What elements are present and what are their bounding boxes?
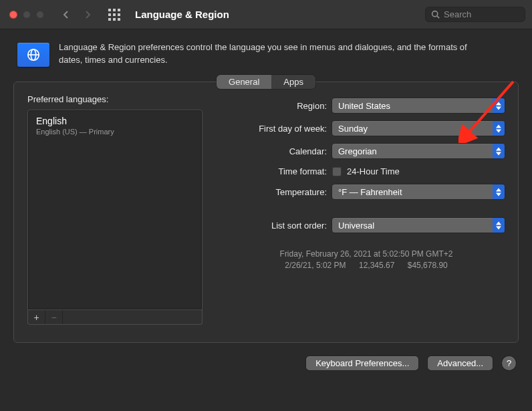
keyboard-preferences-button[interactable]: Keyboard Preferences... (306, 356, 418, 370)
format-sample: Friday, February 26, 2021 at 5:02:50 PM … (228, 249, 505, 272)
chevron-updown-icon (493, 218, 505, 233)
svg-marker-10 (496, 152, 501, 155)
preferred-languages-list[interactable]: English English (US) — Primary (27, 110, 203, 310)
minimize-window-button[interactable] (23, 11, 31, 19)
language-sub: English (US) — Primary (36, 128, 194, 136)
list-footer: + − (27, 310, 203, 325)
window-title: Language & Region (135, 9, 229, 20)
back-button[interactable] (61, 10, 71, 19)
settings-panel: Preferred languages: English English (US… (13, 82, 519, 343)
list-sort-value: Universal (338, 221, 374, 231)
help-button[interactable]: ? (502, 356, 516, 370)
svg-marker-5 (496, 102, 501, 105)
first-day-dropdown[interactable]: Sunday (332, 121, 505, 136)
list-sort-dropdown[interactable]: Universal (332, 218, 505, 233)
temperature-label: Temperature: (228, 187, 332, 197)
close-window-button[interactable] (9, 11, 17, 19)
intro-section: Language & Region preferences control th… (0, 29, 532, 75)
svg-marker-9 (496, 147, 501, 150)
remove-language-button[interactable]: − (45, 310, 63, 324)
svg-marker-11 (496, 188, 501, 191)
first-day-label: First day of week: (228, 124, 332, 134)
svg-line-1 (437, 16, 439, 18)
list-item[interactable]: English English (US) — Primary (28, 110, 202, 140)
bottom-buttons: Keyboard Preferences... Advanced... ? (0, 351, 532, 370)
svg-marker-6 (496, 106, 501, 110)
search-input[interactable] (444, 9, 511, 19)
temperature-dropdown[interactable]: °F — Fahrenheit (332, 184, 505, 199)
svg-marker-7 (496, 124, 501, 128)
preferred-languages-label: Preferred languages: (27, 94, 203, 104)
sample-date: 2/26/21, 5:02 PM (285, 261, 346, 270)
24-hour-checkbox[interactable] (332, 167, 342, 176)
advanced-button[interactable]: Advanced... (428, 356, 493, 370)
chevron-updown-icon (493, 184, 505, 199)
first-day-value: Sunday (338, 124, 368, 134)
titlebar: Language & Region (0, 0, 532, 29)
svg-point-0 (432, 11, 438, 17)
chevron-updown-icon (493, 121, 505, 136)
region-form: Region: United States First day of week:… (228, 94, 505, 325)
region-label: Region: (228, 101, 332, 111)
temperature-value: °F — Fahrenheit (338, 187, 402, 197)
sample-line1: Friday, February 26, 2021 at 5:02:50 PM … (228, 249, 505, 260)
add-language-button[interactable]: + (28, 310, 45, 324)
language-region-icon (17, 43, 49, 67)
region-value: United States (338, 101, 390, 111)
calendar-dropdown[interactable]: Gregorian (332, 144, 505, 158)
window-controls (9, 11, 44, 19)
svg-marker-8 (496, 129, 501, 132)
calendar-label: Calendar: (228, 146, 332, 156)
sample-currency: $45,678.90 (408, 261, 448, 270)
zoom-window-button[interactable] (36, 11, 44, 19)
show-all-button[interactable] (108, 9, 120, 21)
intro-text: Language & Region preferences control th… (59, 41, 487, 67)
calendar-value: Gregorian (338, 146, 377, 156)
svg-marker-12 (496, 192, 501, 196)
24-hour-label: 24-Hour Time (347, 166, 400, 176)
language-name: English (36, 116, 194, 126)
nav-controls (61, 9, 120, 21)
list-sort-label: List sort order: (228, 221, 332, 231)
search-field[interactable] (425, 7, 525, 22)
region-dropdown[interactable]: United States (332, 98, 505, 113)
tab-general[interactable]: General (217, 75, 271, 89)
tab-apps[interactable]: Apps (271, 75, 315, 89)
sample-number: 12,345.67 (359, 261, 394, 270)
svg-marker-14 (496, 226, 501, 229)
chevron-updown-icon (493, 144, 505, 158)
forward-button[interactable] (83, 10, 92, 19)
time-format-label: Time format: (228, 166, 332, 176)
svg-marker-13 (496, 221, 501, 225)
chevron-updown-icon (493, 98, 505, 113)
